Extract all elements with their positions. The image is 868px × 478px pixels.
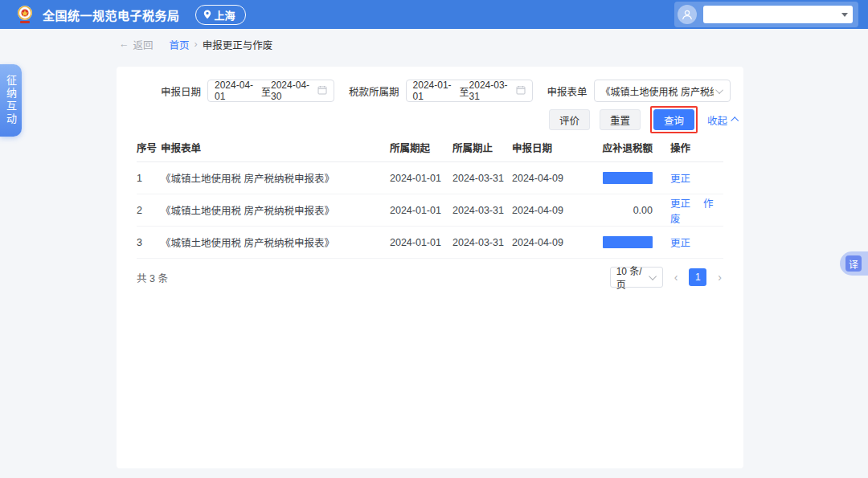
- cell-form: 《城镇土地使用税 房产税纳税申报表》: [161, 162, 390, 194]
- col-header-ops: 操作: [661, 135, 723, 162]
- evaluate-button[interactable]: 评价: [549, 109, 590, 130]
- tax-period-end: 2024-03-31: [469, 80, 516, 102]
- correct-link[interactable]: 更正: [670, 238, 690, 249]
- content-card: 申报日期 2024-04-01 至 2024-04-30 税款所属期 2024-…: [117, 67, 743, 468]
- tax-period-start: 2024-01-01: [413, 80, 460, 102]
- correct-link[interactable]: 更正: [670, 198, 690, 210]
- reset-button[interactable]: 重置: [600, 109, 641, 130]
- collapse-toggle[interactable]: 收起: [707, 112, 737, 128]
- location-label: 上海: [215, 7, 235, 22]
- calendar-icon: [317, 85, 327, 97]
- form-select[interactable]: 《城镇土地使用税 房产税纳税申报...: [594, 80, 731, 102]
- col-header-period-end: 所属期止: [452, 135, 512, 162]
- location-pin-icon: [203, 10, 211, 19]
- declare-date-start: 2024-04-01: [215, 80, 261, 102]
- declare-date-range[interactable]: 2024-04-01 至 2024-04-30: [207, 80, 334, 102]
- results-table: 序号 申报表单 所属期起 所属期止 申报日期 应补退税额 操作 1《城镇土地使用…: [137, 135, 723, 259]
- location-badge[interactable]: 上海: [195, 5, 246, 25]
- collapse-label: 收起: [707, 112, 727, 128]
- range-to-label: 至: [460, 84, 469, 98]
- pagination: 共 3 条 10 条/页 ‹ 1 ›: [137, 265, 723, 289]
- action-bar: 评价 重置 查询 收起: [549, 106, 737, 133]
- redacted-amount-bar: [603, 172, 653, 184]
- cell-declare-date: 2024-04-09: [512, 194, 587, 227]
- cell-period-start: 2024-01-01: [390, 162, 452, 194]
- tax-emblem-logo: [14, 4, 35, 25]
- cell-ops: 更正: [661, 227, 723, 259]
- prev-page-icon[interactable]: ‹: [673, 271, 680, 284]
- page-number-button[interactable]: 1: [689, 268, 706, 286]
- declare-date-end: 2024-04-30: [271, 80, 317, 102]
- account-input[interactable]: [708, 7, 841, 22]
- col-header-amount: 应补退税额: [587, 135, 661, 162]
- breadcrumb: ← 返回 首页 › 申报更正与作废: [119, 29, 272, 59]
- back-label: 返回: [133, 37, 154, 52]
- table-header-row: 序号 申报表单 所属期起 所属期止 申报日期 应补退税额 操作: [137, 135, 723, 162]
- col-header-declare-date: 申报日期: [512, 135, 587, 162]
- total-count: 共 3 条: [137, 270, 168, 285]
- correct-link[interactable]: 更正: [670, 174, 690, 185]
- cell-period-end: 2024-03-31: [452, 162, 512, 194]
- translate-button[interactable]: 译: [840, 251, 868, 276]
- table-body: 1《城镇土地使用税 房产税纳税申报表》2024-01-012024-03-312…: [137, 162, 723, 259]
- cell-no: 3: [137, 227, 161, 259]
- calendar-icon: [516, 85, 526, 97]
- col-header-form: 申报表单: [161, 135, 390, 162]
- query-button[interactable]: 查询: [653, 109, 694, 130]
- table-row: 1《城镇土地使用税 房产税纳税申报表》2024-01-012024-03-312…: [137, 162, 723, 194]
- table-row: 3《城镇土地使用税 房产税纳税申报表》2024-01-012024-03-312…: [137, 227, 723, 259]
- back-button[interactable]: ← 返回: [119, 37, 154, 52]
- brand: 全国统一规范电子税务局 上海: [14, 4, 246, 25]
- cell-period-end: 2024-03-31: [452, 227, 512, 259]
- col-header-no: 序号: [137, 135, 161, 162]
- app-title: 全国统一规范电子税务局: [43, 6, 180, 23]
- table-row: 2《城镇土地使用税 房产税纳税申报表》2024-01-012024-03-312…: [137, 194, 723, 227]
- page-size-select[interactable]: 10 条/页: [610, 267, 663, 288]
- chevron-down-icon: [715, 86, 723, 94]
- chevron-up-icon: [731, 116, 739, 125]
- filter-bar: 申报日期 2024-04-01 至 2024-04-30 税款所属期 2024-…: [117, 80, 743, 102]
- account-dropdown[interactable]: [703, 6, 853, 23]
- tax-period-range[interactable]: 2024-01-01 至 2024-03-31: [406, 80, 533, 102]
- redacted-amount-bar: [603, 236, 653, 248]
- back-arrow-icon: ←: [119, 39, 129, 50]
- annotation-highlight-box: 查询: [650, 106, 698, 133]
- breadcrumb-current: 申报更正与作废: [203, 37, 273, 52]
- cell-form: 《城镇土地使用税 房产税纳税申报表》: [161, 194, 390, 227]
- caret-down-icon: [841, 13, 848, 17]
- cell-period-start: 2024-01-01: [390, 194, 452, 227]
- form-select-label: 申报表单: [547, 84, 588, 99]
- declare-date-label: 申报日期: [161, 84, 201, 99]
- cell-amount: [587, 227, 661, 259]
- cell-form: 《城镇土地使用税 房产税纳税申报表》: [161, 227, 390, 259]
- account-area: [674, 2, 858, 27]
- range-to-label: 至: [261, 84, 271, 98]
- tax-period-label: 税款所属期: [349, 84, 399, 99]
- cell-ops: 更正: [661, 162, 723, 194]
- page-size-value: 10 条/页: [616, 264, 651, 291]
- cell-period-end: 2024-03-31: [452, 194, 512, 227]
- breadcrumb-home[interactable]: 首页: [170, 37, 190, 52]
- top-header: 全国统一规范电子税务局 上海: [0, 0, 868, 29]
- cell-period-start: 2024-01-01: [390, 227, 452, 259]
- cell-amount: [587, 162, 661, 194]
- form-select-value: 《城镇土地使用税 房产税纳税申报...: [601, 84, 714, 98]
- cell-declare-date: 2024-04-09: [512, 227, 587, 259]
- translate-icon: 译: [845, 255, 862, 272]
- next-page-icon[interactable]: ›: [716, 271, 723, 284]
- cell-no: 1: [137, 162, 161, 194]
- user-avatar-icon[interactable]: [678, 5, 697, 24]
- cell-amount: 0.00: [587, 194, 661, 227]
- breadcrumb-separator: ›: [194, 39, 198, 50]
- cell-no: 2: [137, 194, 161, 227]
- cell-ops: 更正作废: [661, 194, 723, 227]
- side-tab-interaction[interactable]: 征纳互动: [0, 64, 22, 137]
- col-header-period-start: 所属期起: [390, 135, 452, 162]
- cell-declare-date: 2024-04-09: [512, 162, 587, 194]
